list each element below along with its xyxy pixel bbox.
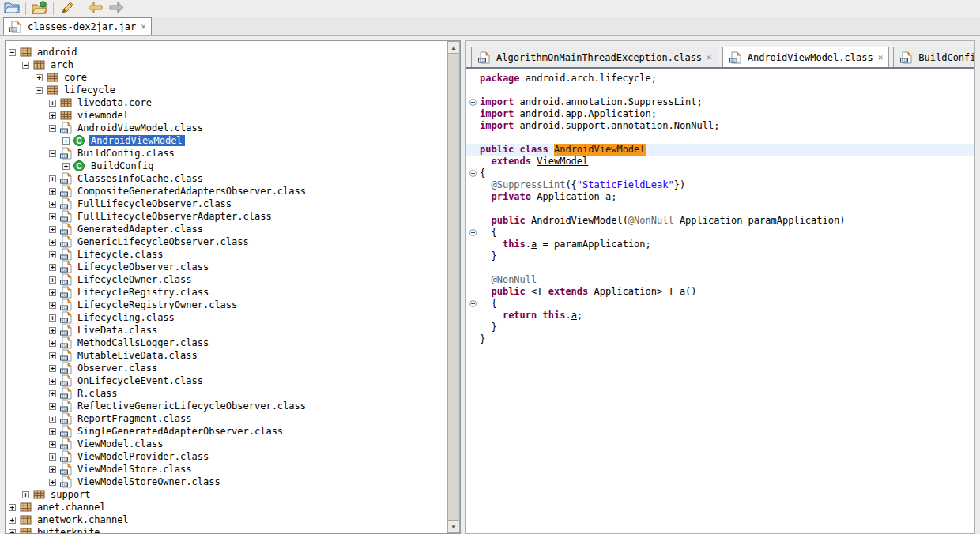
scroll-thumb[interactable] [447,54,460,521]
tree-item[interactable]: +CAndroidViewModel [6,134,447,147]
collapse-icon[interactable] [469,300,477,307]
tree-expander[interactable]: + [62,163,70,170]
tree-item[interactable]: +010Lifecycle.class [6,248,447,261]
tree-item[interactable]: +anetwork.channel [6,513,447,526]
tree-expander[interactable]: + [49,365,56,372]
tree-expander[interactable]: + [49,390,56,397]
tree-item[interactable]: +010LifecycleObserver.class [6,261,447,273]
scroll-up-button[interactable]: ▲ [447,41,460,54]
tree-expander[interactable]: + [49,302,56,309]
tree-item[interactable]: +010ClassesInfoCache.class [6,172,447,185]
editor-tab[interactable]: 010AndroidViewModel.class✕ [722,47,890,67]
open-type-button[interactable] [30,1,49,17]
tree-item[interactable]: +010MethodCallsLogger.class [6,337,447,349]
tree-item[interactable]: +010FullLifecycleObserver.class [6,197,447,210]
tree-expander[interactable]: − [22,62,29,69]
code-link[interactable]: ViewModel [537,156,588,167]
tree-expander[interactable]: + [9,529,16,534]
tree-expander[interactable]: + [49,201,56,208]
tree-item[interactable]: −010BuildConfig.class [6,147,447,160]
tree-item[interactable]: +010GenericLifecycleObserver.class [6,235,447,248]
tree-expander[interactable]: + [49,314,56,322]
tree-item[interactable]: +livedata.core [6,96,447,109]
tab-close-icon[interactable]: ✕ [876,53,884,62]
tab-close-icon[interactable]: ✕ [705,53,712,62]
collapse-icon[interactable] [469,170,477,177]
tree-expander[interactable]: − [36,87,43,94]
tree-expander[interactable]: + [49,226,56,233]
jar-tab-close-icon[interactable]: ✕ [139,22,146,31]
tree-item[interactable]: +support [6,488,447,501]
tree-item[interactable]: +010ReportFragment.class [6,412,447,425]
editor-tab[interactable]: 010BuildConfig.class✕ [893,47,975,67]
search-button[interactable] [58,1,77,17]
tree-item[interactable]: +010CompositeGeneratedAdaptersObserver.c… [6,185,447,197]
tree-item[interactable]: +010ViewModelStore.class [6,463,447,476]
tree-item[interactable]: +010OnLifecycleEvent.class [6,374,447,387]
tree-expander[interactable]: + [49,264,56,271]
collapse-icon[interactable] [469,99,477,106]
code-area[interactable]: package android.arch.lifecycle;import an… [466,69,974,533]
collapse-icon[interactable] [469,229,477,236]
tree-expander[interactable]: + [49,327,56,334]
editor-tab[interactable]: 010AlgorithmOnMainThreadException.class✕ [471,47,718,67]
tree-expander[interactable]: + [49,403,56,410]
tree-item[interactable]: +010ViewModelStoreOwner.class [6,476,447,488]
tree-item[interactable]: −010AndroidViewModel.class [6,122,447,134]
tree-expander[interactable]: + [49,479,56,486]
tree-item[interactable]: +anet.channel [6,501,447,513]
tree-expander[interactable]: + [49,453,56,461]
code-link[interactable]: a [531,239,537,250]
tree-item[interactable]: +010ReflectiveGenericLifecycleObserver.c… [6,400,447,412]
tree-expander[interactable]: + [49,340,56,347]
open-file-button[interactable] [2,1,21,17]
tree-expander[interactable]: − [49,125,56,132]
tree-item[interactable]: +010ViewModelProvider.class [6,450,447,463]
tree-expander[interactable]: + [49,416,56,423]
tree-item[interactable]: +010ViewModel.class [6,438,447,450]
code-link[interactable]: android.support.annotation.NonNull [520,120,714,132]
package-tree[interactable]: −android−arch+core−lifecycle+livedata.co… [6,41,447,533]
tree-expander[interactable]: + [36,74,43,81]
tree-item[interactable]: −lifecycle [6,84,447,96]
tree-expander[interactable]: + [22,491,29,498]
forward-button[interactable] [107,1,126,17]
tree-item[interactable]: +010Lifecycling.class [6,311,447,324]
tree-item[interactable]: −android [6,46,447,58]
tree-item[interactable]: +010Observer.class [6,362,447,374]
jar-tab[interactable]: 010 classes-dex2jar.jar ✕ [3,17,152,35]
tree-item[interactable]: +010FullLifecycleObserverAdapter.class [6,210,447,223]
tree-expander[interactable]: + [49,188,56,195]
tree-expander[interactable]: + [49,428,56,435]
tree-expander[interactable]: + [9,517,16,524]
tree-expander[interactable]: + [49,378,56,385]
tree-item[interactable]: +010GeneratedAdapter.class [6,223,447,235]
tree-item[interactable]: +010LifecycleRegistry.class [6,286,447,299]
tree-item[interactable]: +010SingleGeneratedAdapterObserver.class [6,425,447,438]
tree-expander[interactable]: + [62,137,70,145]
tree-item[interactable]: +010LiveData.class [6,324,447,337]
tree-item[interactable]: +viewmodel [6,109,447,122]
tree-scrollbar[interactable]: ▲ ▼ [447,41,460,533]
tree-item[interactable]: −arch [6,58,447,71]
scroll-down-button[interactable]: ▼ [447,521,460,533]
tree-item[interactable]: +010MutableLiveData.class [6,349,447,362]
tree-item[interactable]: +010LifecycleOwner.class [6,273,447,286]
tree-expander[interactable]: + [49,175,56,182]
tree-expander[interactable]: + [49,276,56,284]
tree-expander[interactable]: + [9,504,16,511]
tree-expander[interactable]: + [49,239,56,246]
tree-expander[interactable]: − [49,150,56,157]
tree-item[interactable]: +butterknife [6,526,447,533]
back-button[interactable] [85,1,104,17]
code-link[interactable]: a [571,310,577,322]
tree-item[interactable]: +010R.class [6,387,447,400]
tree-expander[interactable]: + [49,251,56,258]
tree-expander[interactable]: + [49,466,56,473]
tree-expander[interactable]: + [49,289,56,296]
tree-expander[interactable]: + [49,352,56,359]
tree-item[interactable]: +010LifecycleRegistryOwner.class [6,299,447,311]
tree-item[interactable]: +core [6,71,447,84]
tree-expander[interactable]: + [49,441,56,448]
tree-item[interactable]: +CBuildConfig [6,160,447,172]
